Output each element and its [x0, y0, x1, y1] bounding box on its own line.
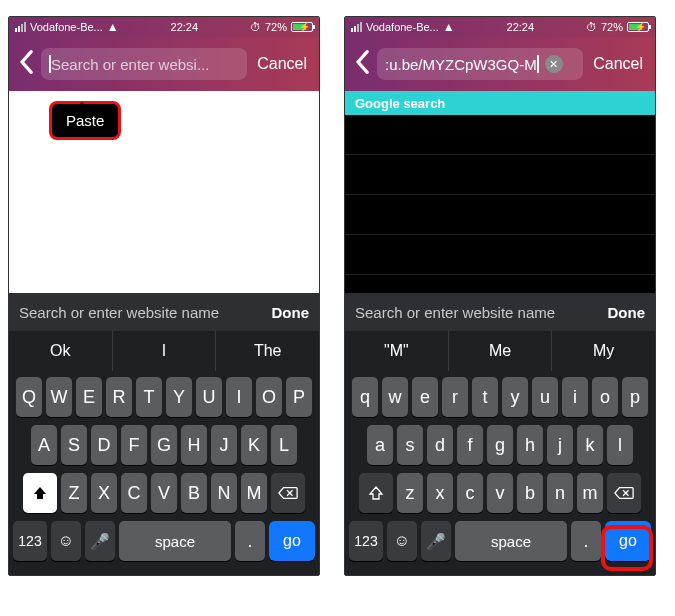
- key-b[interactable]: b: [517, 473, 543, 513]
- key-b[interactable]: B: [181, 473, 207, 513]
- list-item[interactable]: [345, 195, 655, 235]
- delete-key[interactable]: [607, 473, 641, 513]
- key-a[interactable]: a: [367, 425, 393, 465]
- space-key[interactable]: space: [119, 521, 231, 561]
- key-y[interactable]: Y: [166, 377, 192, 417]
- key-t[interactable]: t: [472, 377, 498, 417]
- key-q[interactable]: q: [352, 377, 378, 417]
- key-g[interactable]: G: [151, 425, 177, 465]
- back-button[interactable]: [353, 49, 371, 79]
- battery-icon: ⚡: [291, 22, 313, 32]
- key-t[interactable]: T: [136, 377, 162, 417]
- key-d[interactable]: d: [427, 425, 453, 465]
- suggestion[interactable]: Ok: [9, 331, 113, 371]
- dot-key[interactable]: .: [571, 521, 601, 561]
- delete-key[interactable]: [271, 473, 305, 513]
- key-k[interactable]: k: [577, 425, 603, 465]
- suggestion[interactable]: Me: [449, 331, 553, 371]
- key-i[interactable]: I: [226, 377, 252, 417]
- emoji-key[interactable]: ☺: [51, 521, 81, 561]
- key-f[interactable]: F: [121, 425, 147, 465]
- key-y[interactable]: y: [502, 377, 528, 417]
- key-u[interactable]: u: [532, 377, 558, 417]
- key-j[interactable]: j: [547, 425, 573, 465]
- key-m[interactable]: m: [577, 473, 603, 513]
- url-search-field[interactable]: Search or enter websi...: [41, 48, 247, 80]
- key-o[interactable]: o: [592, 377, 618, 417]
- wifi-icon: ▲: [443, 20, 455, 34]
- key-j[interactable]: J: [211, 425, 237, 465]
- suggestion[interactable]: I: [113, 331, 217, 371]
- key-f[interactable]: f: [457, 425, 483, 465]
- suggestion[interactable]: "M": [345, 331, 449, 371]
- key-w[interactable]: w: [382, 377, 408, 417]
- back-button[interactable]: [17, 49, 35, 79]
- key-p[interactable]: p: [622, 377, 648, 417]
- key-r[interactable]: R: [106, 377, 132, 417]
- cancel-button[interactable]: Cancel: [589, 55, 647, 73]
- go-key[interactable]: go: [605, 521, 651, 561]
- key-l[interactable]: l: [607, 425, 633, 465]
- key-d[interactable]: D: [91, 425, 117, 465]
- key-e[interactable]: E: [76, 377, 102, 417]
- suggestion[interactable]: My: [552, 331, 655, 371]
- key-z[interactable]: Z: [61, 473, 87, 513]
- search-suggestion-banner[interactable]: Google search: [345, 91, 655, 115]
- key-row-2: asdfghjkl: [349, 425, 651, 465]
- dictation-key[interactable]: 🎤: [421, 521, 451, 561]
- key-e[interactable]: e: [412, 377, 438, 417]
- key-a[interactable]: A: [31, 425, 57, 465]
- key-w[interactable]: W: [46, 377, 72, 417]
- key-r[interactable]: r: [442, 377, 468, 417]
- key-s[interactable]: s: [397, 425, 423, 465]
- cancel-button[interactable]: Cancel: [253, 55, 311, 73]
- go-key[interactable]: go: [269, 521, 315, 561]
- key-q[interactable]: Q: [16, 377, 42, 417]
- key-h[interactable]: H: [181, 425, 207, 465]
- key-p[interactable]: P: [286, 377, 312, 417]
- key-x[interactable]: X: [91, 473, 117, 513]
- key-k[interactable]: K: [241, 425, 267, 465]
- numbers-key[interactable]: 123: [13, 521, 47, 561]
- key-c[interactable]: C: [121, 473, 147, 513]
- clear-icon[interactable]: ✕: [545, 55, 563, 73]
- key-x[interactable]: x: [427, 473, 453, 513]
- list-item[interactable]: [345, 235, 655, 275]
- keyboard-accessory: Search or enter website name Done: [9, 293, 319, 331]
- keyboard: Search or enter website name Done Ok I T…: [9, 293, 319, 575]
- dot-key[interactable]: .: [235, 521, 265, 561]
- key-l[interactable]: L: [271, 425, 297, 465]
- key-row-3: zxcvbnm: [349, 473, 651, 513]
- done-button[interactable]: Done: [272, 304, 310, 321]
- key-i[interactable]: i: [562, 377, 588, 417]
- key-o[interactable]: O: [256, 377, 282, 417]
- space-key[interactable]: space: [455, 521, 567, 561]
- key-c[interactable]: c: [457, 473, 483, 513]
- shift-key[interactable]: [359, 473, 393, 513]
- key-v[interactable]: V: [151, 473, 177, 513]
- key-u[interactable]: U: [196, 377, 222, 417]
- nav-bar: Search or enter websi... Cancel: [9, 37, 319, 91]
- url-search-field[interactable]: :u.be/MYZCpW3GQ-M ✕: [377, 48, 583, 80]
- key-n[interactable]: N: [211, 473, 237, 513]
- key-n[interactable]: n: [547, 473, 573, 513]
- key-z[interactable]: z: [397, 473, 423, 513]
- shift-key[interactable]: [23, 473, 57, 513]
- text-cursor: [537, 55, 539, 73]
- key-g[interactable]: g: [487, 425, 513, 465]
- key-row-1: qwertyuiop: [349, 377, 651, 417]
- key-v[interactable]: v: [487, 473, 513, 513]
- numbers-key[interactable]: 123: [349, 521, 383, 561]
- list-item[interactable]: [345, 115, 655, 155]
- suggestion[interactable]: The: [216, 331, 319, 371]
- key-s[interactable]: S: [61, 425, 87, 465]
- carrier-label: Vodafone-Be...: [30, 21, 103, 33]
- dictation-key[interactable]: 🎤: [85, 521, 115, 561]
- accessory-hint: Search or enter website name: [355, 304, 555, 321]
- paste-menu-item[interactable]: Paste: [49, 101, 121, 140]
- key-h[interactable]: h: [517, 425, 543, 465]
- emoji-key[interactable]: ☺: [387, 521, 417, 561]
- key-m[interactable]: M: [241, 473, 267, 513]
- list-item[interactable]: [345, 155, 655, 195]
- done-button[interactable]: Done: [608, 304, 646, 321]
